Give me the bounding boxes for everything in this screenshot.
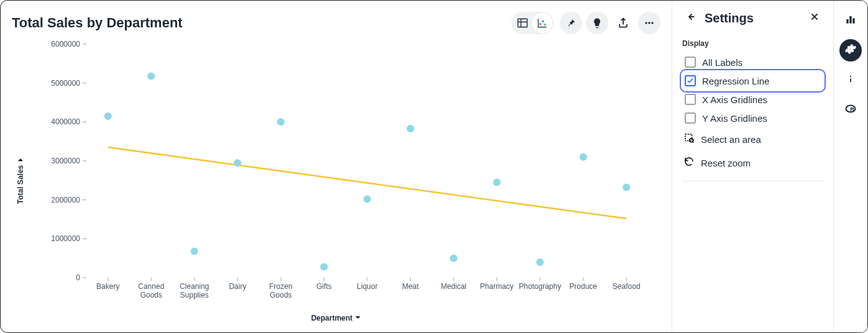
lightbulb-icon bbox=[591, 17, 603, 29]
x-tick-label: Canned bbox=[138, 282, 164, 291]
x-tick-label: Bakery bbox=[96, 282, 119, 291]
y-tick-label: 1000000 bbox=[51, 234, 80, 243]
checkbox-box bbox=[685, 112, 696, 124]
checkbox-box bbox=[685, 57, 696, 68]
svg-point-34 bbox=[850, 76, 851, 77]
right-rail: R bbox=[834, 1, 867, 332]
r-logo-icon: R bbox=[844, 103, 857, 117]
x-tick-label: Gifts bbox=[316, 282, 332, 291]
data-point[interactable] bbox=[277, 118, 285, 125]
pin-icon bbox=[565, 17, 577, 29]
settings-close-button[interactable] bbox=[806, 9, 823, 27]
y-tick-label: 3000000 bbox=[51, 157, 80, 165]
data-point[interactable] bbox=[623, 184, 630, 191]
data-point[interactable] bbox=[580, 153, 587, 161]
checkbox-label: All Labels bbox=[702, 57, 742, 68]
svg-point-5 bbox=[544, 24, 546, 25]
table-icon bbox=[516, 17, 529, 29]
rail-settings-button[interactable] bbox=[839, 39, 862, 62]
checkbox-x_gridlines[interactable]: X Axis Gridlines bbox=[682, 90, 823, 109]
y-axis-label-group[interactable]: Total Sales bbox=[15, 157, 26, 204]
data-point[interactable] bbox=[493, 178, 501, 186]
checkbox-box bbox=[685, 75, 696, 86]
reset-zoom-label: Reset zoom bbox=[701, 158, 751, 168]
gear-icon bbox=[844, 43, 857, 58]
svg-text:R: R bbox=[850, 106, 854, 112]
checkbox-all_labels[interactable]: All Labels bbox=[682, 53, 823, 71]
regression-line bbox=[108, 147, 626, 219]
info-icon bbox=[844, 73, 857, 88]
x-tick-label: Meat bbox=[402, 282, 419, 291]
svg-point-6 bbox=[645, 22, 647, 24]
rail-chart-button[interactable] bbox=[839, 9, 862, 32]
settings-display-section: Display All LabelsRegression LineX Axis … bbox=[682, 39, 823, 181]
y-axis-label: Total Sales bbox=[16, 165, 25, 204]
select-area-action[interactable]: Select an area bbox=[682, 127, 823, 151]
data-point[interactable] bbox=[147, 72, 155, 80]
close-icon bbox=[809, 11, 820, 25]
data-point[interactable] bbox=[450, 255, 457, 262]
scatter-chart[interactable]: 0100000020000003000000400000050000006000… bbox=[30, 34, 660, 309]
y-tick-label: 6000000 bbox=[51, 40, 80, 48]
x-tick-label: Cleaning bbox=[180, 282, 209, 291]
data-point[interactable] bbox=[363, 195, 371, 203]
data-point[interactable] bbox=[234, 159, 241, 166]
x-axis-label-group[interactable]: Department bbox=[12, 314, 660, 322]
more-button[interactable] bbox=[638, 12, 660, 34]
reset-icon bbox=[683, 156, 695, 170]
chart-canvas: 0100000020000003000000400000050000006000… bbox=[30, 34, 660, 309]
svg-rect-29 bbox=[685, 134, 692, 141]
share-icon bbox=[617, 17, 629, 29]
checkbox-y_gridlines[interactable]: Y Axis Gridlines bbox=[682, 109, 823, 127]
svg-rect-0 bbox=[518, 19, 528, 27]
svg-rect-31 bbox=[846, 19, 848, 24]
y-tick-label: 4000000 bbox=[51, 117, 80, 126]
rail-r-button[interactable]: R bbox=[839, 99, 862, 121]
chart-wrap: Total Sales 0100000020000003000000400000… bbox=[12, 34, 660, 326]
data-point[interactable] bbox=[191, 247, 198, 255]
svg-point-8 bbox=[651, 22, 653, 24]
svg-rect-32 bbox=[849, 16, 851, 24]
x-tick-label: Produce bbox=[569, 282, 597, 291]
x-tick-label: Goods bbox=[140, 291, 162, 299]
scatter-chart-icon bbox=[536, 17, 549, 29]
svg-point-4 bbox=[542, 21, 544, 22]
view-toggle-group bbox=[511, 12, 554, 34]
x-tick-label: Photography bbox=[519, 282, 561, 291]
main-area: Total Sales by Department bbox=[1, 1, 672, 332]
table-view-toggle[interactable] bbox=[513, 13, 532, 33]
svg-point-7 bbox=[648, 22, 650, 24]
settings-back-button[interactable] bbox=[682, 9, 700, 27]
header-row: Total Sales by Department bbox=[12, 12, 660, 34]
x-tick-label: Supplies bbox=[180, 291, 209, 299]
chart-view-toggle[interactable] bbox=[532, 13, 552, 33]
pin-button[interactable] bbox=[560, 12, 582, 34]
insight-button[interactable] bbox=[586, 12, 608, 34]
data-point[interactable] bbox=[407, 125, 414, 132]
checkbox-box bbox=[685, 94, 696, 105]
x-tick-label: Seafood bbox=[613, 282, 641, 291]
select-area-label: Select an area bbox=[701, 134, 761, 145]
more-horizontal-icon bbox=[643, 17, 656, 29]
y-tick-label: 0 bbox=[76, 273, 80, 282]
checkbox-label: X Axis Gridlines bbox=[702, 94, 767, 105]
x-tick-label: Frozen bbox=[269, 282, 292, 291]
data-point[interactable] bbox=[320, 263, 327, 270]
share-button[interactable] bbox=[612, 12, 634, 34]
settings-title: Settings bbox=[705, 11, 754, 25]
checkbox-regression_line[interactable]: Regression Line bbox=[682, 71, 823, 90]
x-tick-label: Pharmacy bbox=[480, 282, 514, 291]
rail-info-button[interactable] bbox=[839, 69, 862, 91]
x-tick-label: Medical bbox=[441, 282, 466, 291]
x-tick-label: Liquor bbox=[357, 282, 377, 291]
data-point[interactable] bbox=[536, 258, 544, 266]
y-tick-label: 5000000 bbox=[51, 79, 80, 88]
reset-zoom-action[interactable]: Reset zoom bbox=[682, 151, 823, 175]
chevron-down-icon bbox=[355, 314, 361, 322]
chart-title: Total Sales by Department bbox=[12, 15, 183, 31]
settings-header: Settings bbox=[682, 9, 823, 35]
app-window: Total Sales by Department bbox=[0, 0, 868, 333]
svg-rect-33 bbox=[852, 18, 854, 23]
data-point[interactable] bbox=[104, 112, 112, 120]
display-section-label: Display bbox=[682, 39, 823, 48]
